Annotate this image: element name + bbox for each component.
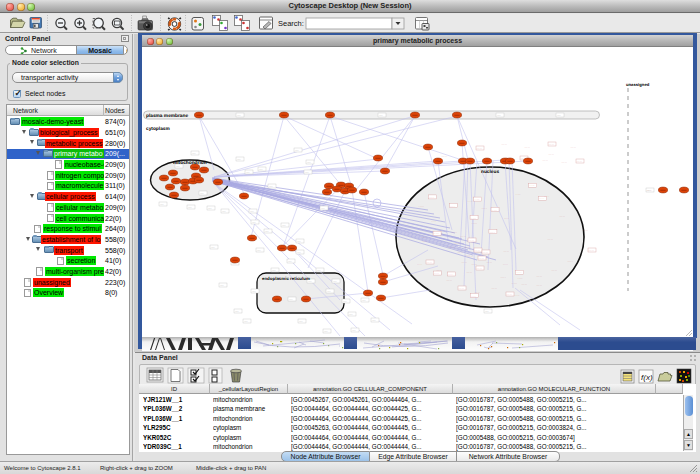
svg-text:·····: ·····: [500, 275, 505, 279]
svg-text:····: ····: [208, 206, 212, 210]
svg-text:·····: ·····: [583, 228, 588, 232]
svg-text:·····: ·····: [483, 250, 488, 254]
svg-text:····: ····: [321, 206, 325, 210]
svg-text:····: ····: [257, 248, 261, 252]
svg-text:·····: ·····: [537, 274, 542, 278]
svg-text:Search:: Search:: [278, 19, 304, 28]
svg-text:·····: ·····: [431, 219, 436, 223]
svg-text:·····: ·····: [450, 204, 455, 208]
svg-text:····: ····: [557, 113, 561, 117]
svg-text:·····: ·····: [419, 204, 424, 208]
svg-text:····: ····: [235, 309, 239, 313]
svg-text:·····: ·····: [577, 159, 582, 163]
svg-text:····: ····: [362, 298, 366, 302]
svg-text:····: ····: [252, 220, 256, 224]
svg-text:····: ····: [220, 283, 224, 287]
svg-text:·····: ·····: [455, 241, 460, 245]
svg-text:····: ····: [222, 209, 226, 213]
svg-text:·····: ·····: [427, 260, 432, 264]
svg-text:····: ····: [324, 329, 328, 333]
svg-text:····: ····: [246, 170, 250, 174]
svg-text:·····: ·····: [465, 245, 470, 249]
svg-text:·····: ·····: [525, 145, 530, 149]
svg-text:····: ····: [244, 319, 248, 323]
svg-text:····: ····: [317, 268, 321, 272]
svg-text:····: ····: [379, 113, 383, 117]
svg-text:····: ····: [349, 312, 353, 316]
svg-text:····: ····: [327, 289, 331, 293]
svg-text:·····: ·····: [512, 281, 517, 285]
svg-text:····: ····: [160, 202, 164, 206]
svg-text:·····: ·····: [448, 272, 453, 276]
svg-text:·····: ·····: [447, 278, 452, 282]
svg-text:·····: ·····: [475, 290, 480, 294]
svg-text:·····: ·····: [517, 276, 522, 280]
svg-text:·····: ·····: [479, 256, 484, 260]
svg-text:·····: ·····: [458, 250, 463, 254]
svg-text:·····: ·····: [647, 188, 652, 192]
svg-text:nucleus: nucleus: [481, 169, 499, 175]
svg-text:·····: ·····: [549, 142, 554, 146]
svg-text:····: ····: [297, 250, 301, 254]
svg-text:····: ····: [188, 205, 192, 209]
svg-text:cytoplasm: cytoplasm: [146, 126, 170, 132]
svg-text:·····: ·····: [477, 266, 482, 270]
svg-text:····: ····: [352, 328, 356, 332]
svg-text:····: ····: [295, 148, 299, 152]
svg-text:·····: ·····: [516, 270, 521, 274]
svg-text:····: ····: [211, 245, 215, 249]
svg-text:·····: ·····: [437, 268, 442, 272]
svg-text:····: ····: [272, 268, 276, 272]
svg-text:····: ····: [299, 319, 303, 323]
svg-text:····: ····: [269, 184, 273, 188]
svg-text:·····: ·····: [417, 262, 422, 266]
svg-text:·····: ·····: [559, 214, 564, 218]
svg-text:·····: ·····: [492, 286, 497, 290]
svg-text:·····: ·····: [515, 192, 520, 196]
svg-text:·····: ·····: [452, 230, 457, 234]
svg-text:·····: ·····: [589, 248, 594, 252]
svg-text:·····: ·····: [477, 146, 482, 150]
svg-text:·····: ·····: [547, 237, 552, 241]
svg-text:····: ····: [288, 259, 292, 263]
svg-text:·····: ·····: [422, 239, 427, 243]
svg-text:·····: ·····: [434, 231, 439, 235]
svg-text:·····: ·····: [522, 282, 527, 286]
svg-text:·····: ·····: [442, 154, 447, 158]
svg-text:·····: ·····: [481, 206, 486, 210]
svg-text:·····: ·····: [544, 194, 549, 198]
svg-text:unassigned: unassigned: [626, 82, 650, 87]
svg-text:·····: ·····: [429, 195, 434, 199]
svg-text:····: ····: [372, 318, 376, 322]
svg-text:·····: ·····: [474, 197, 479, 201]
svg-text:·····: ·····: [567, 259, 572, 263]
svg-text:····: ····: [333, 279, 337, 283]
svg-text:·····: ·····: [467, 270, 472, 274]
svg-text:·····: ·····: [562, 160, 567, 164]
svg-text:····: ····: [289, 297, 293, 301]
svg-text:·····: ·····: [492, 208, 497, 212]
svg-text:····: ····: [265, 229, 269, 233]
svg-text:····: ····: [192, 151, 196, 155]
svg-text:····: ····: [307, 160, 311, 164]
svg-text:····: ····: [237, 113, 241, 117]
svg-text:·····: ·····: [552, 268, 557, 272]
svg-text:····: ····: [497, 113, 501, 117]
svg-text:·····: ·····: [459, 286, 464, 290]
svg-text:····: ····: [200, 191, 204, 195]
svg-text:·····: ·····: [549, 152, 554, 156]
svg-text:····: ····: [297, 239, 301, 243]
svg-text:·····: ·····: [487, 260, 492, 264]
svg-text:····: ····: [259, 167, 263, 171]
svg-text:·····: ·····: [571, 145, 576, 149]
svg-text:·····: ·····: [536, 283, 541, 287]
svg-text:·····: ·····: [502, 142, 507, 146]
svg-text:····: ····: [237, 157, 241, 161]
svg-text:·····: ·····: [543, 158, 548, 162]
svg-text:····: ····: [485, 309, 489, 313]
svg-text:····: ····: [282, 223, 286, 227]
svg-text:plasma membrane: plasma membrane: [146, 113, 188, 119]
svg-text:·····: ·····: [529, 183, 534, 187]
svg-text:·····: ·····: [507, 292, 512, 296]
svg-text:····: ····: [252, 289, 256, 293]
